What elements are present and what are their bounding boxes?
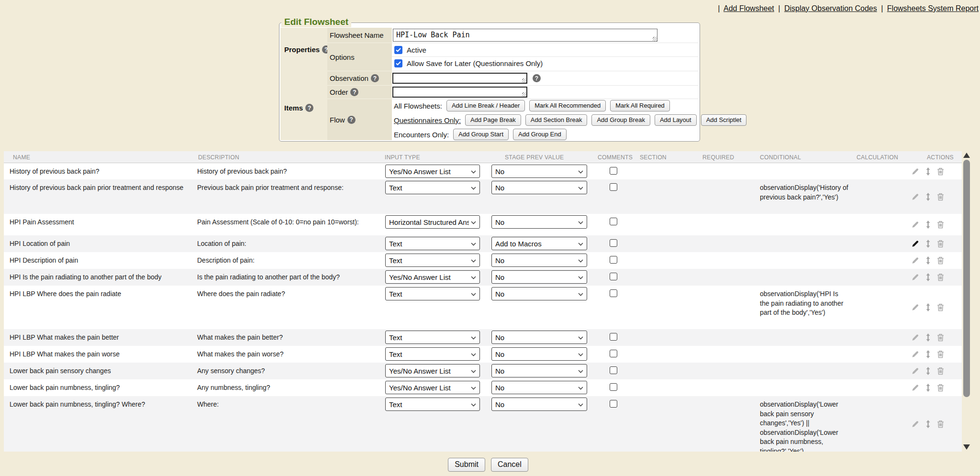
comments-checkbox[interactable] (610, 289, 617, 297)
comments-checkbox[interactable] (610, 366, 617, 374)
move-row-icon[interactable] (925, 221, 931, 229)
comments-checkbox[interactable] (610, 239, 617, 247)
stage-prev-value-select[interactable]: No (491, 364, 587, 377)
scrollbar-thumb[interactable] (963, 160, 970, 397)
order-help-icon[interactable]: ? (350, 88, 358, 96)
comments-checkbox[interactable] (610, 273, 617, 280)
move-row-icon[interactable] (925, 303, 931, 311)
stage-prev-value-select[interactable]: No (491, 347, 587, 361)
scroll-down-icon[interactable] (963, 444, 970, 450)
move-row-icon[interactable] (925, 333, 931, 342)
add-flowsheet-link[interactable]: Add Flowsheet (724, 4, 774, 12)
delete-trash-icon[interactable] (937, 240, 944, 248)
comments-checkbox[interactable] (610, 218, 617, 225)
input-type-select[interactable]: Yes/No Answer List (385, 270, 480, 284)
flowsheets-system-report-link[interactable]: Flowsheets System Report (887, 4, 979, 12)
flow-action-button[interactable]: Add Group End (513, 129, 567, 140)
stage-prev-value-select[interactable]: Add to Macros (491, 237, 587, 250)
move-row-icon[interactable] (925, 384, 931, 392)
scroll-up-icon[interactable] (963, 153, 970, 158)
move-row-icon[interactable] (925, 256, 931, 265)
edit-pencil-icon[interactable] (911, 333, 919, 342)
flowsheet-name-input[interactable]: HPI-Low Back Pain (393, 29, 657, 42)
delete-trash-icon[interactable] (937, 303, 944, 311)
delete-trash-icon[interactable] (937, 420, 944, 428)
move-row-icon[interactable] (925, 167, 931, 176)
move-row-icon[interactable] (925, 420, 931, 428)
edit-pencil-icon[interactable] (911, 256, 919, 265)
edit-pencil-icon[interactable] (911, 384, 919, 392)
input-type-select[interactable]: Text (385, 398, 480, 411)
move-row-icon[interactable] (925, 350, 931, 358)
stage-prev-value-select[interactable]: No (491, 215, 587, 229)
input-type-select[interactable]: Text (385, 254, 480, 267)
delete-trash-icon[interactable] (937, 167, 944, 176)
flow-help-icon[interactable]: ? (347, 116, 356, 124)
items-help-icon[interactable]: ? (305, 104, 313, 112)
input-type-select[interactable]: Text (385, 347, 480, 361)
edit-pencil-icon[interactable] (911, 167, 919, 176)
observation-help-icon[interactable]: ? (371, 74, 379, 82)
comments-checkbox[interactable] (610, 183, 617, 191)
stage-prev-value-select[interactable]: No (491, 381, 587, 394)
flow-action-button[interactable]: Add Scriptlet (701, 114, 747, 126)
order-input[interactable] (392, 87, 527, 98)
comments-checkbox[interactable] (610, 350, 617, 357)
input-type-select[interactable]: Yes/No Answer List (385, 364, 480, 377)
display-observation-codes-link[interactable]: Display Observation Codes (784, 4, 877, 12)
input-type-select[interactable]: Yes/No Answer List (385, 381, 480, 394)
edit-pencil-icon[interactable] (911, 221, 919, 229)
edit-pencil-icon[interactable] (911, 350, 919, 358)
active-checkbox[interactable] (394, 46, 402, 54)
input-type-select[interactable]: Text (385, 287, 480, 300)
flow-action-button[interactable]: Mark All Required (610, 100, 670, 111)
delete-trash-icon[interactable] (937, 384, 944, 392)
stage-prev-value-select[interactable]: No (491, 331, 587, 344)
delete-trash-icon[interactable] (937, 193, 944, 201)
stage-prev-value-select[interactable]: No (491, 165, 587, 178)
flow-action-button[interactable]: Add Layout (655, 114, 697, 126)
delete-trash-icon[interactable] (937, 221, 944, 229)
cancel-button[interactable]: Cancel (491, 458, 528, 472)
move-row-icon[interactable] (925, 240, 931, 248)
flow-action-button[interactable]: Add Page Break (465, 114, 521, 126)
comments-checkbox[interactable] (610, 383, 617, 391)
move-row-icon[interactable] (925, 273, 931, 281)
flow-action-button[interactable]: Add Group Start (453, 129, 509, 140)
flow-action-button[interactable]: Add Line Break / Header (446, 100, 525, 111)
submit-button[interactable]: Submit (448, 458, 485, 472)
stage-prev-value-select[interactable]: No (491, 398, 587, 411)
stage-prev-value-select[interactable]: No (491, 254, 587, 267)
move-row-icon[interactable] (925, 367, 931, 375)
stage-prev-value-select[interactable]: No (491, 181, 587, 194)
input-type-select[interactable]: Text (385, 331, 480, 344)
edit-pencil-icon[interactable] (911, 420, 919, 428)
edit-pencil-icon[interactable] (911, 273, 919, 281)
delete-trash-icon[interactable] (937, 273, 944, 281)
observation-field-help-icon[interactable]: ? (533, 74, 541, 82)
comments-checkbox[interactable] (610, 333, 617, 341)
allow-save-later-checkbox[interactable] (394, 59, 402, 67)
input-type-select[interactable]: Yes/No Answer List (385, 165, 480, 178)
delete-trash-icon[interactable] (937, 350, 944, 358)
edit-pencil-icon[interactable] (911, 193, 919, 201)
move-row-icon[interactable] (925, 193, 931, 201)
comments-checkbox[interactable] (610, 256, 617, 264)
comments-checkbox[interactable] (610, 167, 617, 175)
flow-action-button[interactable]: Add Section Break (525, 114, 588, 126)
observation-input[interactable] (392, 73, 527, 84)
delete-trash-icon[interactable] (937, 333, 944, 342)
stage-prev-value-select[interactable]: No (491, 270, 587, 284)
input-type-select[interactable]: Text (385, 237, 480, 250)
edit-pencil-icon[interactable] (911, 303, 919, 311)
flow-action-button[interactable]: Mark All Recommended (529, 100, 606, 111)
input-type-select[interactable]: Text (385, 181, 480, 194)
stage-prev-value-select[interactable]: No (491, 287, 587, 300)
flow-action-button[interactable]: Add Group Break (591, 114, 650, 126)
comments-checkbox[interactable] (610, 400, 617, 408)
delete-trash-icon[interactable] (937, 256, 944, 265)
delete-trash-icon[interactable] (937, 367, 944, 375)
edit-pencil-icon[interactable] (911, 240, 919, 248)
edit-pencil-icon[interactable] (911, 367, 919, 375)
input-type-select[interactable]: Horizontal Structured Ans (385, 215, 480, 229)
